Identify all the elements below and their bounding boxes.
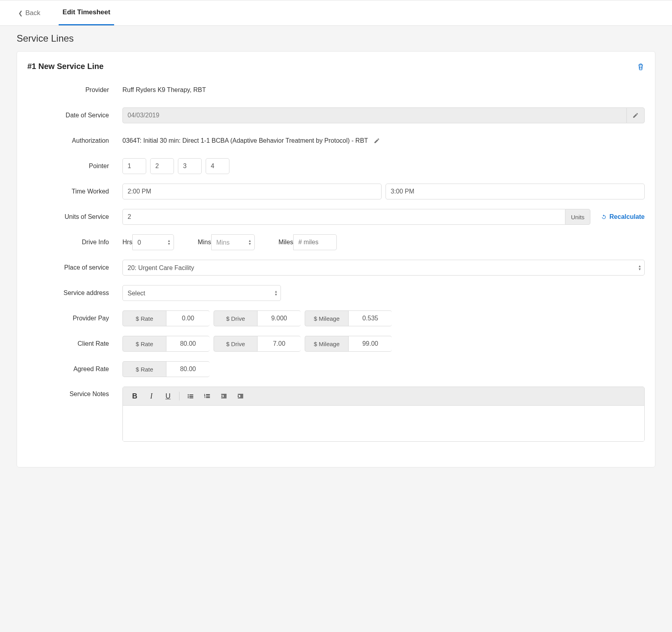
label-agreed-rate: Agreed Rate — [27, 366, 122, 373]
service-address-select[interactable]: Select — [122, 285, 281, 301]
provider-rate-input[interactable] — [166, 310, 210, 326]
unordered-list-button[interactable] — [183, 390, 199, 402]
edit-authorization-icon[interactable] — [374, 138, 380, 144]
label-units-of-service: Units of Service — [27, 213, 122, 220]
label-client-rate: Client Rate — [27, 340, 122, 347]
drive-miles-input[interactable] — [293, 234, 337, 250]
italic-button[interactable]: I — [143, 390, 159, 402]
service-line-card: #1 New Service Line Provider Ruff Ryders… — [17, 51, 655, 467]
drive-hrs-select[interactable]: 0 — [132, 234, 174, 250]
delete-icon[interactable] — [637, 62, 645, 71]
provider-drive-label: $ Drive — [214, 310, 257, 326]
authorization-value: 0364T: Initial 30 min: Direct 1-1 BCBA (… — [122, 137, 368, 144]
label-time-worked: Time Worked — [27, 188, 122, 195]
chevron-left-icon: ❮ — [18, 10, 23, 16]
client-rate-label: $ Rate — [122, 336, 166, 352]
time-end-input[interactable] — [386, 184, 645, 199]
edit-date-button[interactable] — [626, 107, 645, 123]
back-button[interactable]: ❮ Back — [12, 1, 47, 25]
pointer-input-4[interactable] — [206, 158, 229, 174]
label-place-of-service: Place of service — [27, 264, 122, 271]
label-service-notes: Service Notes — [27, 387, 122, 398]
client-drive-input[interactable] — [257, 336, 301, 352]
bold-button[interactable]: B — [127, 390, 143, 402]
label-pointer: Pointer — [27, 163, 122, 170]
back-label: Back — [25, 9, 40, 17]
time-start-input[interactable] — [122, 184, 382, 199]
provider-mileage-label: $ Mileage — [305, 310, 348, 326]
indent-icon — [237, 393, 244, 400]
agreed-rate-input[interactable] — [166, 361, 210, 377]
pointer-input-1[interactable] — [122, 158, 146, 174]
label-date-of-service: Date of Service — [27, 112, 122, 119]
client-rate-input[interactable] — [166, 336, 210, 352]
list-ul-icon — [187, 393, 194, 400]
drive-mins-select[interactable]: Mins — [211, 234, 255, 250]
underline-button[interactable]: U — [160, 390, 176, 402]
client-mileage-label: $ Mileage — [305, 336, 348, 352]
pointer-input-3[interactable] — [178, 158, 202, 174]
label-provider-pay: Provider Pay — [27, 315, 122, 322]
recalculate-link[interactable]: Recalculate — [601, 213, 645, 220]
outdent-icon — [220, 393, 227, 400]
drive-mins-label: Mins — [198, 239, 211, 246]
client-mileage-input[interactable] — [348, 336, 392, 352]
service-notes-textarea[interactable] — [123, 406, 644, 441]
agreed-rate-label: $ Rate — [122, 361, 166, 377]
units-input[interactable] — [122, 209, 565, 225]
indent-button[interactable] — [233, 390, 248, 402]
provider-rate-label: $ Rate — [122, 310, 166, 326]
service-notes-editor: B I U — [122, 387, 645, 442]
pointer-input-2[interactable] — [150, 158, 174, 174]
drive-miles-label: Miles — [279, 239, 293, 246]
outdent-button[interactable] — [216, 390, 232, 402]
page-title: Service Lines — [17, 33, 672, 44]
label-drive-info: Drive Info — [27, 239, 122, 246]
units-suffix: Units — [565, 209, 590, 225]
provider-value: Ruff Ryders K9 Therapy, RBT — [122, 86, 206, 94]
tab-edit-timesheet[interactable]: Edit Timesheet — [59, 0, 115, 25]
toolbar-divider — [179, 392, 179, 400]
header-bar: ❮ Back Edit Timesheet — [0, 0, 672, 26]
provider-drive-input[interactable] — [257, 310, 301, 326]
ordered-list-button[interactable] — [199, 390, 215, 402]
pencil-icon — [632, 112, 639, 119]
client-drive-label: $ Drive — [214, 336, 257, 352]
place-of-service-select[interactable]: 20: Urgent Care Facility — [122, 260, 645, 276]
drive-hrs-label: Hrs — [122, 239, 132, 246]
label-authorization: Authorization — [27, 137, 122, 144]
card-title: #1 New Service Line — [27, 62, 103, 71]
list-ol-icon — [204, 393, 211, 400]
label-service-address: Service address — [27, 289, 122, 297]
date-of-service-input[interactable] — [122, 107, 626, 123]
label-provider: Provider — [27, 86, 122, 94]
refresh-icon — [601, 214, 607, 220]
provider-mileage-input[interactable] — [348, 310, 392, 326]
